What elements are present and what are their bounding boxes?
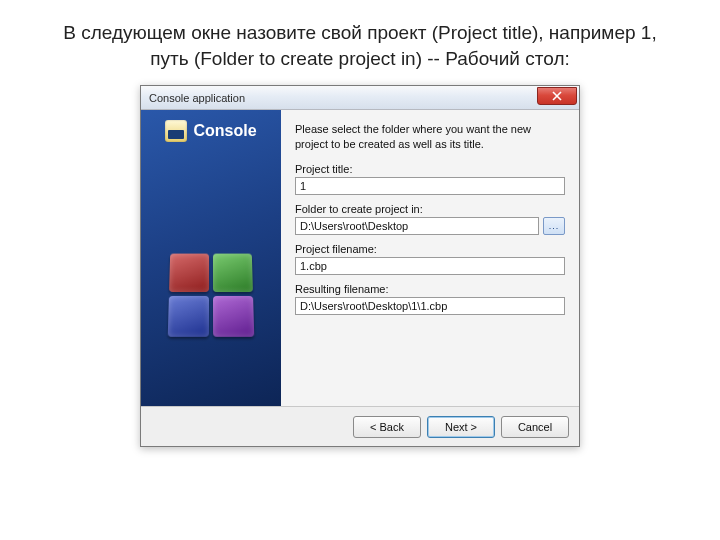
logo-square-red [169,254,209,292]
logo-square-purple [213,296,254,337]
close-button[interactable] [537,87,577,105]
close-icon [552,91,562,101]
titlebar[interactable]: Console application [141,86,579,110]
project-filename-label: Project filename: [295,243,565,255]
next-button[interactable]: Next > [427,416,495,438]
wizard-content: Please select the folder where you want … [281,110,579,406]
wizard-banner: Console [141,110,281,406]
folder-label: Folder to create project in: [295,203,565,215]
resulting-filename-label: Resulting filename: [295,283,565,295]
slide-title: В следующем окне назовите свой проект (P… [0,0,720,85]
browse-button[interactable]: ... [543,217,565,235]
instructions-text: Please select the folder where you want … [295,122,565,151]
logo-square-green [213,254,253,292]
codeblocks-logo [168,254,255,337]
folder-input[interactable] [295,217,539,235]
wizard-dialog: Console application Console Please selec… [140,85,580,447]
cancel-button[interactable]: Cancel [501,416,569,438]
banner-text: Console [193,122,256,140]
console-icon [165,120,187,142]
window-title: Console application [149,92,245,104]
project-title-input[interactable] [295,177,565,195]
project-filename-input[interactable] [295,257,565,275]
project-title-label: Project title: [295,163,565,175]
logo-square-blue [168,296,209,337]
resulting-filename-input[interactable] [295,297,565,315]
console-badge: Console [165,120,256,142]
wizard-button-bar: < Back Next > Cancel [141,406,579,446]
back-button[interactable]: < Back [353,416,421,438]
